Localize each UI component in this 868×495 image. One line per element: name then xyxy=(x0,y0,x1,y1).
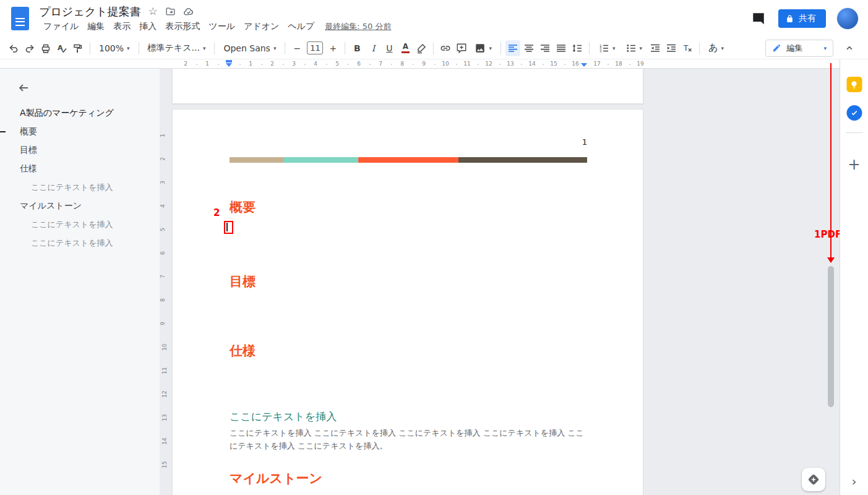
annotation-step1: 1PDFを挿入したいページへ移動 xyxy=(814,229,840,241)
first-line-indent-marker[interactable] xyxy=(226,60,232,62)
ruler-mark: 10 xyxy=(442,61,449,67)
editing-mode-select[interactable]: 編集 ▾ xyxy=(765,40,833,57)
open-comments-button[interactable] xyxy=(750,11,767,27)
heading-milestone[interactable]: マイルストーン xyxy=(230,471,322,486)
explore-button[interactable] xyxy=(802,468,825,491)
keep-icon[interactable] xyxy=(846,77,862,92)
move-folder-icon[interactable] xyxy=(165,6,176,17)
bulleted-list-icon xyxy=(625,43,637,54)
undo-button[interactable] xyxy=(6,40,21,56)
last-edited-link[interactable]: 最終編集: 50 分前 xyxy=(325,21,391,32)
redo-button[interactable] xyxy=(22,40,37,56)
text-color-button[interactable]: A xyxy=(398,40,413,56)
outline-item[interactable]: 目標 xyxy=(0,141,160,160)
underline-button[interactable]: U xyxy=(382,40,397,56)
document-canvas: 1 概要 2 目標 仕様 ここにテキストを挿入 ここにテキストを挿入 ここにテキ… xyxy=(160,68,840,495)
increase-indent-button[interactable] xyxy=(664,40,679,56)
heading-overview[interactable]: 概要 xyxy=(230,200,256,215)
menu-item[interactable]: アドオン xyxy=(239,20,283,33)
share-button[interactable]: 共有 xyxy=(778,9,826,28)
outline-item[interactable]: ここにテキストを挿入 xyxy=(0,215,160,234)
body-paragraph[interactable]: ここにテキストを挿入 ここにテキストを挿入 ここにテキストを挿入 ここにテキスト… xyxy=(230,426,587,452)
font-size-input[interactable]: 11 xyxy=(307,41,323,54)
annotation-cursor-box xyxy=(224,221,233,234)
ruler-mark: 14 xyxy=(528,61,535,67)
menu-item[interactable]: ヘルプ xyxy=(283,20,319,33)
paint-format-icon xyxy=(72,43,84,54)
decrease-indent-button[interactable] xyxy=(648,40,663,56)
toolbar: A 100%▾ 標準テキス...▾ Open Sans▾ − 11 + B I … xyxy=(0,37,868,59)
chevron-down-icon: ▾ xyxy=(127,45,130,51)
input-tools-select[interactable]: あ▾ xyxy=(704,40,728,56)
tasks-icon[interactable] xyxy=(846,105,862,121)
clear-formatting-button[interactable]: T xyxy=(680,40,695,56)
outline-item[interactable]: A製品のマーケティング xyxy=(0,104,160,123)
menu-item[interactable]: ツール xyxy=(204,20,239,33)
paint-format-button[interactable] xyxy=(71,40,85,56)
menu-item[interactable]: 編集 xyxy=(83,20,109,33)
collapse-toolbar-button[interactable] xyxy=(842,40,857,56)
align-center-button[interactable] xyxy=(522,40,536,56)
insert-image-select[interactable]: ▾ xyxy=(470,40,496,56)
ruler-mark: 6 xyxy=(160,251,166,255)
document-page[interactable]: 1 概要 2 目標 仕様 ここにテキストを挿入 ここにテキストを挿入 ここにテキ… xyxy=(172,109,643,495)
ruler-dot xyxy=(413,64,414,65)
subheading-placeholder[interactable]: ここにテキストを挿入 xyxy=(230,410,337,424)
font-size-decrease-button[interactable]: − xyxy=(290,40,304,56)
highlight-color-button[interactable] xyxy=(414,40,429,56)
bold-button[interactable]: B xyxy=(350,40,364,56)
pencil-icon xyxy=(772,43,781,53)
scrollbar-thumb[interactable] xyxy=(828,266,834,407)
menu-item[interactable]: 表示 xyxy=(109,20,135,33)
menu-item[interactable]: ファイル xyxy=(39,20,83,33)
bulleted-list-select[interactable]: ▾ xyxy=(621,40,647,56)
align-right-button[interactable] xyxy=(538,40,552,56)
print-button[interactable] xyxy=(38,40,53,56)
get-addons-button[interactable]: + xyxy=(848,157,860,172)
ruler-vertical: 123456789101112131415 xyxy=(160,68,169,495)
ruler-dot xyxy=(564,64,565,65)
ruler-horizontal[interactable]: 2112345678910111213141516171819 xyxy=(160,59,840,69)
numbered-list-select[interactable]: 123▾ xyxy=(594,40,620,56)
font-size-increase-button[interactable]: + xyxy=(325,40,340,56)
left-indent-marker[interactable] xyxy=(226,63,232,67)
avatar[interactable] xyxy=(837,8,858,29)
menu-item[interactable]: 挿入 xyxy=(135,20,161,33)
outline-item[interactable]: マイルストーン xyxy=(0,197,160,215)
close-outline-button[interactable] xyxy=(15,79,32,97)
align-justify-button[interactable] xyxy=(554,40,569,56)
ruler-mark: 14 xyxy=(161,437,168,444)
undo-icon xyxy=(8,43,19,54)
line-spacing-button[interactable] xyxy=(570,40,585,56)
insert-link-button[interactable] xyxy=(438,40,453,56)
star-icon[interactable]: ☆ xyxy=(148,6,158,17)
zoom-select[interactable]: 100%▾ xyxy=(95,40,134,56)
font-select[interactable]: Open Sans▾ xyxy=(219,40,280,56)
image-icon xyxy=(475,43,486,54)
menu-item[interactable]: 表示形式 xyxy=(161,20,204,33)
hide-side-panel-button[interactable]: › xyxy=(852,475,857,488)
docs-logo-icon[interactable] xyxy=(11,7,29,30)
outline-item[interactable]: 概要 xyxy=(0,123,160,141)
spellcheck-button[interactable]: A xyxy=(54,40,69,56)
spellcheck-icon: A xyxy=(56,43,67,54)
add-comment-button[interactable] xyxy=(454,40,469,56)
heading-specs[interactable]: 仕様 xyxy=(230,343,256,359)
outline-item[interactable]: ここにテキストを挿入 xyxy=(0,178,160,197)
chevron-down-icon: ▾ xyxy=(612,45,616,51)
arrow-left-icon xyxy=(17,82,30,94)
italic-button[interactable]: I xyxy=(366,40,380,56)
outline-item[interactable]: 仕様 xyxy=(0,160,160,178)
cloud-status-icon[interactable] xyxy=(183,6,194,17)
previous-page-bottom[interactable] xyxy=(172,68,643,104)
editing-mode-label: 編集 xyxy=(786,43,802,54)
heading-goals[interactable]: 目標 xyxy=(230,274,256,290)
document-title[interactable]: プロジェクト提案書 xyxy=(39,4,141,19)
styles-select[interactable]: 標準テキス...▾ xyxy=(144,40,210,56)
outline-item[interactable]: ここにテキストを挿入 xyxy=(0,234,160,252)
align-left-button[interactable] xyxy=(505,40,520,56)
ruler-dot xyxy=(261,64,262,65)
check-icon xyxy=(849,108,859,118)
comment-icon xyxy=(752,12,765,25)
ruler-mark: 12 xyxy=(161,390,168,397)
